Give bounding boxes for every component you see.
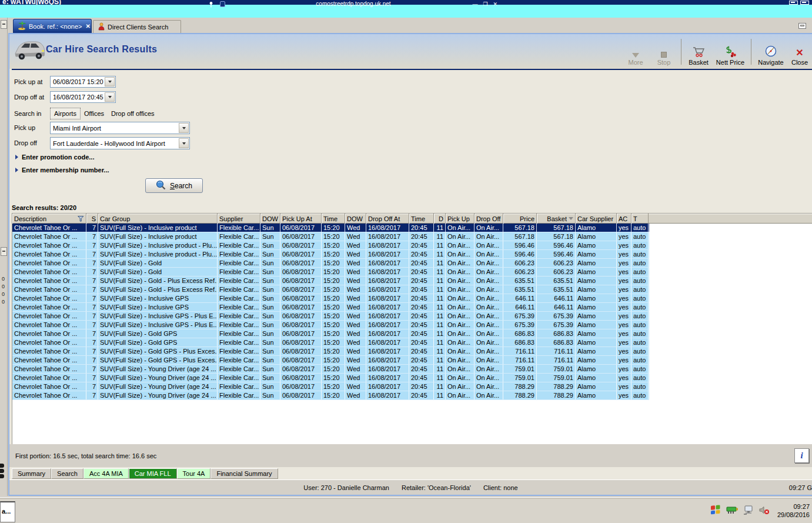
result-row[interactable]: Chevrolet Tahoe Or ...7SUV(Full Size) - … xyxy=(12,312,649,321)
cell-pickup_at: 06/08/2017 xyxy=(280,224,322,232)
result-row[interactable]: Chevrolet Tahoe Or ...7SUV(Full Size) - … xyxy=(12,277,649,285)
result-row[interactable]: Chevrolet Tahoe Or ...7SUV(Full Size) - … xyxy=(12,321,649,329)
more-button[interactable]: More xyxy=(621,38,650,67)
volume-muted-icon[interactable] xyxy=(759,505,770,516)
left-dock-button[interactable] xyxy=(1,247,7,256)
result-row[interactable]: Chevrolet Tahoe Or ...7SUV(Full Size) - … xyxy=(12,241,649,250)
column-header-t[interactable]: T xyxy=(631,214,649,224)
close-button[interactable]: ✕ Close xyxy=(787,38,812,67)
antivirus-icon[interactable] xyxy=(710,505,721,517)
cell-dow2: Wed xyxy=(345,338,366,347)
dropoff-dropdown-icon[interactable] xyxy=(179,138,189,148)
tab-close-icon[interactable]: ✕ xyxy=(86,23,91,29)
network-status-icon[interactable] xyxy=(743,505,754,517)
column-header-d[interactable]: D xyxy=(434,214,446,224)
column-header-description[interactable]: Description xyxy=(12,214,86,224)
result-row[interactable]: Chevrolet Tahoe Or ...7SUV(Full Size) - … xyxy=(12,285,649,294)
result-row[interactable]: Chevrolet Tahoe Or ...7SUV(Full Size) - … xyxy=(12,268,649,277)
result-row[interactable]: Chevrolet Tahoe Or ...7SUV(Full Size) - … xyxy=(12,365,649,374)
tab-direct-clients-search[interactable]: Direct Clients Search xyxy=(93,20,181,33)
cell-dow2: Wed xyxy=(345,347,366,355)
search-in-offices[interactable]: Offices xyxy=(81,108,108,119)
pickup-field[interactable]: Miami Intl Airport xyxy=(50,122,190,134)
dropoff-at-field[interactable]: 16/08/2017 20:45 xyxy=(50,91,116,103)
taskbar-item[interactable]: a... xyxy=(0,501,15,522)
cell-dropoff_at: 16/08/2017 xyxy=(366,329,409,338)
result-row[interactable]: Chevrolet Tahoe Or ...7SUV(Full Size) - … xyxy=(12,338,649,347)
nett-price-button[interactable]: Nett Price xyxy=(713,38,748,67)
column-header-dropoff[interactable]: Drop Off xyxy=(474,214,503,224)
result-row[interactable]: Chevrolet Tahoe Or ...7SUV(Full Size) - … xyxy=(12,391,649,400)
info-button[interactable]: i xyxy=(794,448,809,463)
dropoff-at-dropdown-icon[interactable] xyxy=(105,92,115,102)
search-in-dropoff-offices[interactable]: Drop off offices xyxy=(108,108,158,119)
result-row[interactable]: Chevrolet Tahoe Or ...7SUV(Full Size) - … xyxy=(12,303,649,312)
column-header-s[interactable]: S xyxy=(86,214,98,224)
pickup-at-field[interactable]: 06/08/2017 15:20 xyxy=(50,76,116,88)
cell-t: auto xyxy=(631,224,649,232)
network-adapter-icon[interactable] xyxy=(726,506,738,515)
basket-button[interactable]: Basket xyxy=(684,38,713,67)
result-row[interactable]: Chevrolet Tahoe Or ...7SUV(Full Size) - … xyxy=(12,224,649,232)
column-header-car_supplier[interactable]: Car Supplier xyxy=(576,214,617,224)
cell-basket: 646.11 xyxy=(537,303,576,311)
cell-basket: 788.29 xyxy=(537,382,576,391)
tab-summary[interactable]: Summary xyxy=(12,468,51,479)
result-row[interactable]: Chevrolet Tahoe Or ...7SUV(Full Size) - … xyxy=(12,382,649,391)
cell-description: Chevrolet Tahoe Or ... xyxy=(12,294,86,302)
column-header-pickup[interactable]: Pick Up xyxy=(446,214,474,224)
results-header-row: DescriptionSCar GroupSupplierDOWPick Up … xyxy=(12,214,812,224)
cell-time1: 15:20 xyxy=(322,365,345,373)
result-row[interactable]: Chevrolet Tahoe Or ...7SUV(Full Size) - … xyxy=(12,347,649,356)
column-header-dow1[interactable]: DOW xyxy=(260,214,280,224)
os-minimize-button[interactable] xyxy=(789,1,798,5)
tab-financial-summary[interactable]: Financial Summary xyxy=(210,468,278,479)
tab-acc-4a-mia[interactable]: Acc 4A MIA xyxy=(83,468,129,479)
column-header-car_group[interactable]: Car Group xyxy=(98,214,218,224)
column-header-basket[interactable]: Basket xyxy=(537,214,576,224)
column-header-ac[interactable]: AC xyxy=(617,214,631,224)
tabbar-left-button[interactable] xyxy=(1,20,7,29)
column-header-pickup_at[interactable]: Pick Up At xyxy=(280,214,322,224)
result-row[interactable]: Chevrolet Tahoe Or ...7SUV(Full Size) - … xyxy=(12,356,649,365)
navigate-button[interactable]: Navigate xyxy=(754,38,787,67)
column-header-dropoff_at[interactable]: Drop Off At xyxy=(366,214,409,224)
result-row[interactable]: Chevrolet Tahoe Or ...7SUV(Full Size) - … xyxy=(12,329,649,338)
cell-pickup_at: 06/08/2017 xyxy=(280,321,322,329)
rdp-minimize-button[interactable]: — xyxy=(472,0,477,8)
tab-search[interactable]: Search xyxy=(51,468,83,479)
pickup-at-dropdown-icon[interactable] xyxy=(105,77,115,86)
pickup-dropdown-icon[interactable] xyxy=(179,123,189,133)
search-button[interactable]: Search xyxy=(145,178,203,193)
tabbar-minimize-icon[interactable] xyxy=(798,23,806,29)
os-maximize-button[interactable] xyxy=(800,1,809,5)
search-in-airports[interactable]: Airports xyxy=(50,108,81,119)
cell-d: 11 xyxy=(434,356,446,364)
cell-dropoff_at: 16/08/2017 xyxy=(366,294,409,302)
column-header-price[interactable]: Price xyxy=(503,214,537,224)
tab-booking-ref[interactable]: Book. ref.: <none> ✕ xyxy=(13,19,92,33)
result-row[interactable]: Chevrolet Tahoe Or ...7SUV(Full Size) - … xyxy=(12,259,649,268)
tab-car-mia-fll[interactable]: Car MIA FLL xyxy=(129,468,177,479)
stop-button[interactable]: Stop xyxy=(650,38,678,67)
result-row[interactable]: Chevrolet Tahoe Or ...7SUV(Full Size) - … xyxy=(12,374,649,382)
cell-time1: 15:20 xyxy=(322,268,345,276)
dropoff-field[interactable]: Fort Lauderdale - Hollywood Intl Airport xyxy=(50,137,190,149)
rdp-restore-button[interactable]: ❐ xyxy=(483,0,487,8)
cell-s: 7 xyxy=(86,224,98,232)
cell-time2: 20:45 xyxy=(409,347,434,355)
tab-tour-4a[interactable]: Tour 4A xyxy=(177,468,211,479)
column-header-time1[interactable]: Time xyxy=(322,214,345,224)
client-search-icon xyxy=(98,22,105,32)
membership-number-expander[interactable]: Enter membership number... xyxy=(15,166,109,174)
cell-dow1: Sun xyxy=(260,285,280,294)
promotion-code-expander[interactable]: Enter promotion code... xyxy=(15,154,94,161)
filter-icon[interactable] xyxy=(78,216,84,222)
column-header-time2[interactable]: Time xyxy=(409,214,434,224)
result-row[interactable]: Chevrolet Tahoe Or ...7SUV(Full Size) - … xyxy=(12,232,649,241)
rdp-close-button[interactable]: ✕ xyxy=(493,0,497,8)
column-header-dow2[interactable]: DOW xyxy=(345,214,366,224)
result-row[interactable]: Chevrolet Tahoe Or ...7SUV(Full Size) - … xyxy=(12,250,649,259)
column-header-supplier[interactable]: Supplier xyxy=(218,214,260,224)
result-row[interactable]: Chevrolet Tahoe Or ...7SUV(Full Size) - … xyxy=(12,294,649,303)
